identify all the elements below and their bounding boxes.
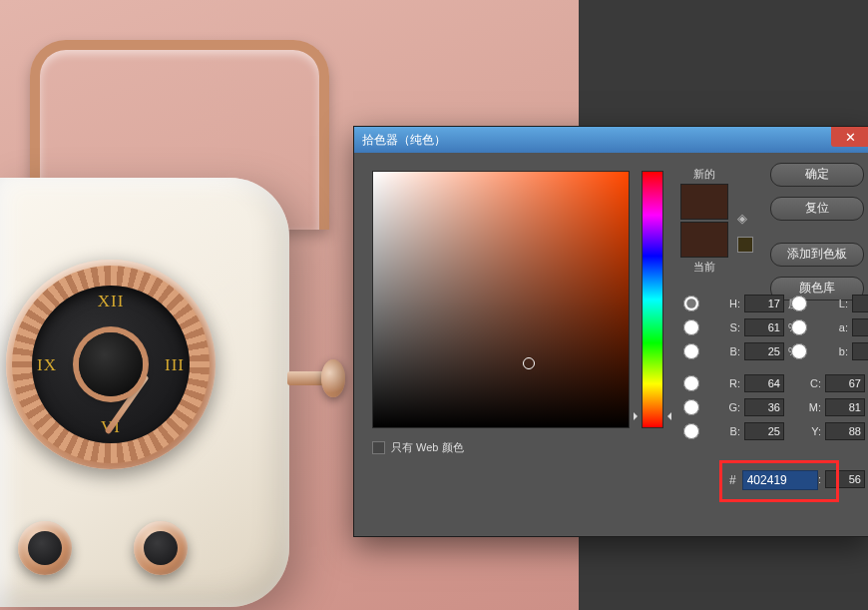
dial-center [79,332,143,396]
winder-cap [321,359,345,397]
hue-slider[interactable] [642,171,663,428]
swatch-column: 新的 当前 [675,167,733,275]
input-bv[interactable] [744,342,784,360]
canvas-stage: I◄ ◄ ► ►I VOL AUX XII IX III VI 拾色器（纯色） … [0,0,868,610]
input-s[interactable] [744,318,784,336]
hex-input[interactable] [742,470,818,490]
radio-b[interactable] [675,343,707,359]
swatch-new-label: 新的 [675,167,733,182]
row-m: M: % [795,398,868,416]
radio-s[interactable] [675,319,707,335]
close-icon: ✕ [845,130,856,145]
input-g[interactable] [744,398,784,416]
saturation-value-field[interactable] [372,171,630,428]
dialog-body: 新的 当前 ◈ 确定 复位 添加到色板 颜色库 H: 度 [354,153,868,536]
cancel-button[interactable]: 复位 [770,197,864,221]
input-y[interactable] [825,422,865,440]
row-c: C: % [795,374,868,392]
label-bv: B: [714,345,740,357]
roman-12: XII [32,292,190,311]
web-only-checkbox[interactable] [372,441,385,454]
input-a[interactable] [852,318,868,336]
label-m: M: [795,401,821,413]
radio-rgb-b[interactable] [675,423,707,439]
row-l: L: [783,295,868,312]
radio-lab-b[interactable] [783,343,815,359]
input-c[interactable] [825,374,865,392]
dialog-titlebar[interactable]: 拾色器（纯色） [354,127,868,153]
row-a: a: [783,318,868,336]
row-rgb-b: B: [675,422,784,440]
hex-prefix: # [729,473,736,487]
dial-face: XII IX III VI [32,286,190,443]
ok-button[interactable]: 确定 [770,163,864,187]
add-swatch-button[interactable]: 添加到色板 [770,243,864,267]
gamut-warning-icon[interactable] [737,237,753,253]
swatch-current-label: 当前 [675,260,733,275]
aux-knob [134,521,188,575]
color-picker-dialog: 拾色器（纯色） ✕ 新的 当前 ◈ 确定 复位 添加到色板 颜色 [353,126,868,537]
row-lab-b: b: [783,342,868,360]
dialog-buttons: 确定 复位 添加到色板 颜色库 [765,163,868,310]
label-s: S: [714,321,740,333]
hex-row: # [729,470,818,490]
radio-h[interactable] [675,296,707,311]
input-k[interactable] [825,470,865,488]
input-rgb-b[interactable] [744,422,784,440]
tuning-dial: XII IX III VI [6,260,216,469]
row-y: Y: % [795,422,868,440]
label-lab-b: b: [822,345,848,357]
web-only-checkbox-row[interactable]: 只有 Web 颜色 [372,440,464,455]
radio-g[interactable] [675,399,707,415]
radio-l[interactable] [783,296,815,311]
web-only-label: 只有 Web 颜色 [391,440,464,455]
sv-cursor-icon [523,357,535,369]
input-lab-b[interactable] [852,342,868,360]
close-button[interactable]: ✕ [831,127,868,147]
input-l[interactable] [852,295,868,312]
label-y: Y: [795,425,821,437]
input-m[interactable] [825,398,865,416]
label-rgb-b: B: [714,425,740,437]
input-h[interactable] [744,295,784,312]
cube-icon[interactable]: ◈ [737,211,747,226]
label-a: a: [822,321,848,333]
radio-r[interactable] [675,375,707,391]
label-l: L: [822,298,848,309]
swatch-current[interactable] [680,222,728,258]
label-c: C: [795,377,821,389]
row-r: R: [675,374,784,392]
side-winder-knob [287,359,345,397]
input-r[interactable] [744,374,784,392]
dialog-title: 拾色器（纯色） [362,132,446,149]
label-g: G: [714,401,740,413]
row-g: G: [675,398,784,416]
label-r: R: [714,377,740,389]
radio-a[interactable] [783,319,815,335]
swatch-new[interactable] [680,184,728,220]
label-h: H: [714,298,740,309]
vol-knob [18,521,72,575]
